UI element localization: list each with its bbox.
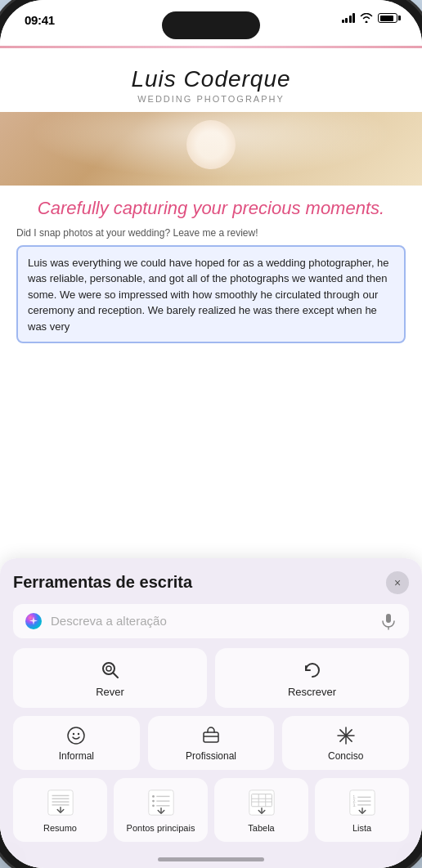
writing-tools-panel: Ferramentas de escrita × bbox=[0, 558, 422, 868]
resumo-button[interactable]: Resumo bbox=[13, 778, 107, 842]
home-indicator bbox=[158, 857, 264, 861]
svg-rect-9 bbox=[204, 732, 218, 742]
conciso-icon bbox=[336, 726, 356, 745]
resumo-icon bbox=[45, 788, 76, 817]
conciso-button[interactable]: Conciso bbox=[282, 716, 409, 770]
svg-point-8 bbox=[78, 733, 79, 735]
tabela-label: Tabela bbox=[248, 822, 274, 834]
rescrever-label: Rescrever bbox=[288, 686, 336, 698]
svg-point-6 bbox=[68, 727, 84, 744]
svg-text:3.: 3. bbox=[352, 803, 356, 807]
lista-icon: 1. 2. 3. bbox=[347, 788, 378, 817]
pontos-principais-label: Pontos principais bbox=[127, 822, 195, 834]
rescrever-icon bbox=[302, 660, 323, 681]
lista-button[interactable]: 1. 2. 3. Lista bbox=[315, 778, 409, 842]
pink-accent-line bbox=[0, 46, 422, 48]
site-subtitle: Wedding Photography bbox=[16, 94, 406, 104]
profissional-button[interactable]: Profissional bbox=[148, 716, 275, 770]
ai-search-icon bbox=[25, 612, 43, 630]
informal-label: Informal bbox=[59, 750, 94, 762]
content-area: Luis Coderque Wedding Photography Carefu… bbox=[0, 46, 422, 868]
status-time: 09:41 bbox=[25, 13, 55, 27]
headline: Carefully capturing your precious moment… bbox=[0, 186, 422, 227]
resumo-label: Resumo bbox=[43, 822, 77, 834]
rever-label: Rever bbox=[96, 686, 124, 698]
svg-rect-1 bbox=[386, 614, 391, 623]
svg-point-26 bbox=[152, 804, 155, 807]
conciso-label: Conciso bbox=[328, 750, 363, 762]
tabela-icon bbox=[246, 788, 277, 817]
informal-button[interactable]: Informal bbox=[13, 716, 140, 770]
review-prompt: Did I snap photos at your wedding? Leave… bbox=[0, 227, 422, 245]
microphone-icon[interactable] bbox=[379, 612, 397, 630]
site-title: Luis Coderque bbox=[16, 66, 406, 92]
svg-point-24 bbox=[152, 799, 155, 802]
action-row: Rever Rescrever bbox=[13, 648, 409, 708]
hero-image bbox=[0, 112, 422, 186]
format-row: Resumo Pon bbox=[13, 778, 409, 842]
svg-point-5 bbox=[106, 666, 111, 671]
pontos-principais-button[interactable]: Pontos principais bbox=[114, 778, 208, 842]
site-header: Luis Coderque Wedding Photography bbox=[0, 58, 422, 104]
tabela-button[interactable]: Tabela bbox=[214, 778, 308, 842]
rever-icon bbox=[100, 660, 121, 681]
review-textarea-container[interactable]: Luis was everything we could have hoped … bbox=[16, 245, 406, 343]
signal-bars-icon bbox=[342, 13, 356, 23]
dynamic-island bbox=[162, 11, 260, 39]
website-content: Luis Coderque Wedding Photography Carefu… bbox=[0, 46, 422, 360]
profissional-label: Profissional bbox=[186, 750, 236, 762]
tone-row: Informal Profissional bbox=[13, 716, 409, 770]
close-button[interactable]: × bbox=[386, 571, 409, 594]
profissional-icon bbox=[201, 726, 221, 745]
battery-icon bbox=[378, 13, 397, 23]
wifi-icon bbox=[360, 13, 373, 23]
svg-point-7 bbox=[73, 733, 74, 735]
search-placeholder: Descreva a alteração bbox=[51, 614, 371, 628]
rescrever-button[interactable]: Rescrever bbox=[215, 648, 409, 708]
hero-flowers-decoration bbox=[186, 120, 236, 169]
panel-title: Ferramentas de escrita bbox=[13, 573, 192, 592]
search-field[interactable]: Descreva a alteração bbox=[13, 604, 409, 638]
svg-line-4 bbox=[113, 673, 118, 678]
pontos-principais-icon bbox=[146, 788, 177, 817]
phone-frame: 09:41 Luis Coderque Wedding P bbox=[0, 0, 422, 868]
rever-button[interactable]: Rever bbox=[13, 648, 207, 708]
status-icons bbox=[342, 13, 398, 23]
panel-header: Ferramentas de escrita × bbox=[13, 571, 409, 594]
informal-icon bbox=[66, 726, 86, 745]
lista-label: Lista bbox=[352, 822, 371, 834]
review-text: Luis was everything we could have hoped … bbox=[28, 255, 394, 335]
svg-point-22 bbox=[152, 795, 155, 798]
